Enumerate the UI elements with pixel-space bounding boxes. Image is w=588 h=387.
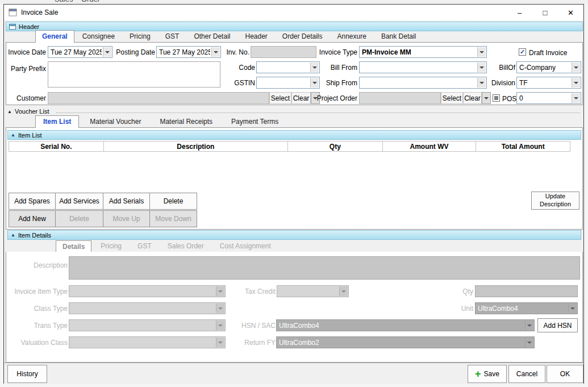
tab-details-gst[interactable]: GST xyxy=(131,240,159,252)
chevron-down-icon[interactable] xyxy=(477,63,486,72)
qty-label: Qty xyxy=(456,288,473,296)
collapse-triangle-icon: ▲ xyxy=(7,109,12,114)
tab-details-pricing[interactable]: Pricing xyxy=(94,240,128,252)
code-combo[interactable] xyxy=(256,61,320,73)
delete-row-button: Delete xyxy=(55,210,103,227)
bill-from-combo[interactable] xyxy=(359,61,487,73)
pos-combo[interactable]: 0 xyxy=(516,92,581,104)
chevron-down-icon[interactable] xyxy=(572,63,580,72)
minimize-button[interactable]: – xyxy=(507,5,532,20)
posting-date-picker[interactable]: Tue 27 May 2025 xyxy=(156,46,221,58)
cancel-button[interactable]: Cancel xyxy=(508,365,545,383)
tab-other-detail[interactable]: Other Detail xyxy=(187,30,237,42)
party-prefix-input[interactable] xyxy=(48,61,220,88)
item-list-title: Item List xyxy=(18,132,42,139)
delete-button[interactable]: Delete xyxy=(149,193,197,210)
qty-input xyxy=(475,285,578,297)
save-button[interactable]: + Save xyxy=(468,365,507,383)
tab-details[interactable]: Details xyxy=(56,240,91,252)
tab-bank-detail[interactable]: Bank Detail xyxy=(374,30,423,42)
class-type-combo xyxy=(69,302,226,314)
header-section-icon xyxy=(9,23,16,30)
tab-annexure[interactable]: Annexure xyxy=(331,30,373,42)
add-services-button[interactable]: Add Services xyxy=(55,193,103,210)
close-button[interactable]: ✕ xyxy=(558,5,583,20)
bill-of-label: BillOf xyxy=(495,64,515,72)
invoice-type-combo[interactable]: PM-Invoice MM xyxy=(359,46,487,58)
tab-sales-order[interactable]: Sales Order xyxy=(161,240,211,252)
header-tabstrip: General Consignee Pricing GST Other Deta… xyxy=(6,31,583,43)
background-window-strip: Sales Order xyxy=(0,0,588,4)
tab-material-voucher[interactable]: Material Voucher xyxy=(82,115,149,127)
voucher-list-title: Voucher List xyxy=(15,108,49,115)
project-order-label: Project Order xyxy=(316,94,357,102)
collapse-triangle-icon: ▲ xyxy=(11,132,15,138)
gstin-combo[interactable] xyxy=(256,77,320,89)
item-list-section-bar[interactable]: ▲ Item List xyxy=(7,130,581,140)
voucher-list-section-header[interactable]: ▲ Voucher List xyxy=(7,108,49,115)
tab-gst[interactable]: GST xyxy=(159,30,186,42)
invoice-date-picker[interactable]: Tue 27 May 2025 xyxy=(48,46,112,58)
chevron-down-icon xyxy=(216,338,224,347)
item-details-section-bar[interactable]: ▲ Item Details xyxy=(7,230,581,240)
tab-item-list[interactable]: Item List xyxy=(35,115,79,128)
add-spares-button[interactable]: Add Spares xyxy=(9,193,56,210)
history-button[interactable]: History xyxy=(7,365,47,383)
add-new-button[interactable]: Add New xyxy=(9,210,56,227)
chevron-down-icon xyxy=(216,321,224,330)
trans-type-combo xyxy=(69,319,226,331)
customer-clear-button[interactable]: Clear xyxy=(291,92,311,104)
column-header-serial-no[interactable]: Serial No. xyxy=(9,142,103,151)
tab-order-details[interactable]: Order Details xyxy=(276,30,330,42)
column-header-amount-wv[interactable]: Amount WV xyxy=(382,142,476,151)
chevron-down-icon[interactable] xyxy=(572,93,580,103)
customer-label: Customer xyxy=(7,94,46,102)
tax-credit-label: Tax Credit xyxy=(239,288,276,296)
project-order-select-button[interactable]: Select xyxy=(441,92,463,104)
item-table-body[interactable] xyxy=(9,152,570,192)
tab-general[interactable]: General xyxy=(35,30,74,43)
update-description-button[interactable]: Update Description xyxy=(531,192,579,210)
tab-payment-terms[interactable]: Payment Terms xyxy=(223,115,286,127)
customer-select-button[interactable]: Select xyxy=(269,92,291,104)
return-fy-label: Return FY xyxy=(239,339,276,347)
chevron-down-icon[interactable] xyxy=(310,78,319,88)
customer-input xyxy=(48,92,269,104)
tab-header[interactable]: Header xyxy=(238,30,274,42)
chevron-down-icon[interactable] xyxy=(103,47,111,57)
class-type-label: Class Type xyxy=(9,305,68,313)
tab-pricing[interactable]: Pricing xyxy=(123,30,157,42)
tab-material-receipts[interactable]: Material Receipts xyxy=(152,115,220,127)
chevron-down-icon xyxy=(568,303,577,313)
chevron-down-icon[interactable] xyxy=(477,78,486,88)
tax-credit-combo xyxy=(277,285,349,297)
valuation-class-combo xyxy=(69,336,226,348)
project-order-clear-button[interactable]: Clear xyxy=(463,92,482,104)
chevron-down-icon[interactable] xyxy=(211,47,220,57)
division-combo[interactable]: TF xyxy=(516,77,581,89)
column-header-total-amount[interactable]: Total Amount xyxy=(476,142,570,151)
invoice-sale-dialog: Invoice Sale – □ ✕ Header General Consig… xyxy=(3,4,584,384)
chevron-down-icon[interactable] xyxy=(477,47,486,57)
add-hsn-button[interactable]: Add HSN xyxy=(537,318,578,332)
chevron-down-icon[interactable] xyxy=(310,63,319,72)
column-header-qty[interactable]: Qty xyxy=(287,142,382,151)
unit-combo: UltraCombo4 xyxy=(475,302,578,314)
maximize-button[interactable]: □ xyxy=(532,5,558,20)
chevron-down-icon[interactable] xyxy=(572,78,580,88)
add-serials-button[interactable]: Add Serials xyxy=(103,193,150,210)
bill-of-combo[interactable]: C-Company xyxy=(516,61,581,73)
project-order-dropdown-button[interactable] xyxy=(482,92,491,104)
bill-from-label: Bill From xyxy=(326,64,357,72)
unit-label: Unit xyxy=(455,305,473,313)
tab-consignee[interactable]: Consignee xyxy=(76,30,122,42)
ship-from-combo[interactable] xyxy=(359,77,487,89)
tab-cost-assignment[interactable]: Cost Assignment xyxy=(213,240,278,252)
ok-button[interactable]: OK xyxy=(547,365,583,383)
column-header-description[interactable]: Description xyxy=(103,142,287,151)
save-button-label: Save xyxy=(484,370,499,378)
header-section-title: Header xyxy=(19,23,39,30)
description-input xyxy=(69,256,580,280)
draft-invoice-checkbox[interactable] xyxy=(519,48,526,56)
hsn-sac-combo: UltraCombo4 xyxy=(276,319,535,331)
